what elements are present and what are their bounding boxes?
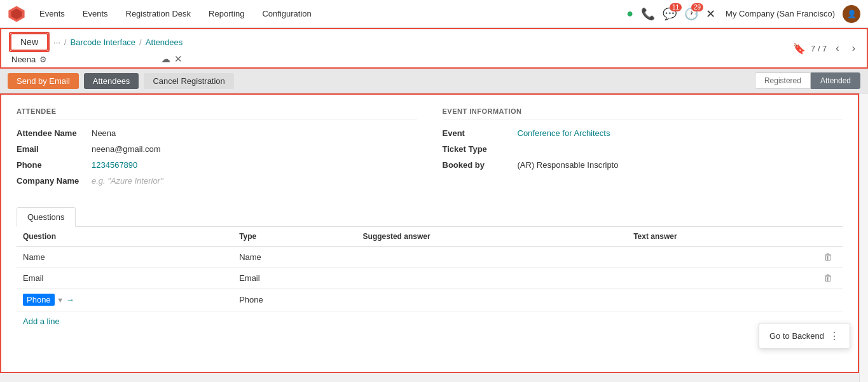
action-toolbar: Send by Email Attendees Cancel Registrat…	[0, 69, 868, 93]
go-backend-label[interactable]: Go to Backend	[769, 331, 824, 341]
main-form: ATTENDEE Attendee Name Neena Email neena…	[0, 93, 859, 373]
discard-icon[interactable]: ✕	[174, 53, 183, 65]
breadcrumb-barcode[interactable]: Barcode Interface	[70, 38, 135, 47]
question-name[interactable]: Name	[17, 247, 233, 268]
booked-by-label: Booked by	[443, 160, 513, 170]
event-section-title: EVENT INFORMATION	[443, 107, 843, 119]
col-text: Text answer	[627, 227, 817, 247]
table-row[interactable]: Name Name 🗑	[17, 247, 843, 268]
nav-events[interactable]: Events	[79, 6, 112, 21]
gear-icon[interactable]: ⚙	[39, 55, 47, 64]
record-name-label: Neena	[11, 55, 36, 64]
arrow-right-icon[interactable]: →	[66, 295, 74, 304]
table-header-row: Question Type Suggested answer Text answ…	[17, 227, 843, 247]
email-row: Email neena@gmail.com	[17, 144, 417, 154]
booked-by-row: Booked by (AR) Responsable Inscripto	[443, 160, 843, 170]
booked-by-value[interactable]: (AR) Responsable Inscripto	[518, 160, 619, 170]
col-suggested: Suggested answer	[357, 227, 628, 247]
delete-row-2-icon[interactable]: 🗑	[823, 273, 832, 283]
nav-registration-desk[interactable]: Registration Desk	[122, 6, 195, 21]
delete-row-1-icon[interactable]: 🗑	[823, 252, 832, 262]
scrollbar[interactable]	[859, 93, 868, 382]
breadcrumb-dots[interactable]: ···	[53, 38, 60, 47]
breadcrumb-attendees[interactable]: Attendees	[146, 38, 183, 47]
type-name: Name	[233, 247, 356, 268]
tab-questions[interactable]: Questions	[17, 207, 76, 227]
dropdown-icon[interactable]: ▼	[57, 296, 64, 304]
nav-reporting[interactable]: Reporting	[205, 6, 248, 21]
nav-icons-area: ● 📞 💬 11 🕐 29 ✕ My Company (San Francisc…	[626, 5, 860, 23]
breadcrumb-sep2: /	[139, 38, 142, 47]
add-line-button[interactable]: Add a line	[17, 311, 66, 331]
pagination-info: 7 / 7	[811, 44, 827, 53]
status-buttons: Registered Attended	[755, 72, 860, 89]
text-phone	[627, 289, 817, 311]
messages-badge: 11	[670, 3, 682, 11]
attendees-button[interactable]: Attendees	[84, 73, 139, 89]
attendee-section-title: ATTENDEE	[17, 107, 417, 119]
send-by-email-button[interactable]: Send by Email	[8, 73, 79, 89]
table-row[interactable]: Phone ▼ → Phone	[17, 289, 843, 311]
attendee-section: ATTENDEE Attendee Name Neena Email neena…	[17, 107, 417, 192]
new-button[interactable]: New	[10, 33, 48, 51]
questions-table: Question Type Suggested answer Text answ…	[17, 227, 843, 311]
breadcrumb-toolbar: New ··· / Barcode Interface / Attendees …	[0, 28, 868, 69]
nav-events-app[interactable]: Events	[36, 6, 69, 21]
company-name-label: Company Name	[17, 176, 86, 186]
company-name-value[interactable]: e.g. "Azure Interior"	[92, 176, 163, 186]
phone-label: Phone	[17, 160, 86, 170]
text-name	[627, 247, 817, 268]
odoo-logo[interactable]	[8, 5, 25, 23]
online-status-icon: ●	[626, 7, 633, 20]
email-label: Email	[17, 144, 86, 154]
phone-icon: 📞	[641, 8, 655, 20]
event-label: Event	[443, 128, 513, 138]
question-email[interactable]: Email	[17, 268, 233, 289]
table-row[interactable]: Email Email 🗑	[17, 268, 843, 289]
form-sections: ATTENDEE Attendee Name Neena Email neena…	[17, 107, 843, 192]
settings-icon[interactable]: ✕	[706, 7, 715, 21]
prev-record-button[interactable]: ‹	[832, 41, 843, 55]
attendee-name-value[interactable]: Neena	[92, 128, 116, 138]
attendee-name-row: Attendee Name Neena	[17, 128, 417, 138]
status-attended-button[interactable]: Attended	[811, 72, 860, 89]
email-value[interactable]: neena@gmail.com	[92, 144, 161, 154]
ticket-type-label: Ticket Type	[443, 144, 513, 154]
selected-question-cell[interactable]: Phone	[23, 294, 55, 306]
question-phone[interactable]: Phone ▼ →	[17, 289, 233, 311]
toolbar-right: 🔖 7 / 7 ‹ ›	[793, 41, 859, 55]
phone-icon-wrap[interactable]: 📞	[641, 7, 655, 21]
suggested-name	[357, 247, 628, 268]
activity-badge: 29	[691, 3, 703, 11]
tab-bar: Questions	[17, 207, 843, 227]
suggested-phone	[357, 289, 628, 311]
phone-value[interactable]: 1234567890	[92, 160, 137, 170]
nav-configuration[interactable]: Configuration	[258, 6, 315, 21]
breadcrumb-sep1: /	[64, 38, 67, 47]
company-name: My Company (San Francisco)	[726, 9, 835, 18]
col-question: Question	[17, 227, 233, 247]
messages-icon-wrap[interactable]: 💬 11	[663, 7, 677, 21]
avatar[interactable]: 👤	[843, 5, 860, 23]
suggested-email	[357, 268, 628, 289]
attendee-name-label: Attendee Name	[17, 128, 86, 138]
event-value[interactable]: Conference for Architects	[518, 128, 610, 138]
cancel-registration-button[interactable]: Cancel Registration	[144, 73, 233, 89]
activity-icon-wrap[interactable]: 🕐 29	[684, 7, 698, 21]
phone-row: Phone 1234567890	[17, 160, 417, 170]
text-email	[627, 268, 817, 289]
type-email: Email	[233, 268, 356, 289]
event-row: Event Conference for Architects	[443, 128, 843, 138]
upload-icon[interactable]: ☁	[161, 53, 170, 65]
more-options-icon[interactable]: ⋮	[829, 330, 839, 342]
event-section: EVENT INFORMATION Event Conference for A…	[443, 107, 843, 192]
company-name-row: Company Name e.g. "Azure Interior"	[17, 176, 417, 186]
bookmark-icon[interactable]: 🔖	[793, 43, 806, 55]
next-record-button[interactable]: ›	[848, 41, 859, 55]
col-type: Type	[233, 227, 356, 247]
status-registered-button[interactable]: Registered	[755, 72, 811, 89]
type-phone: Phone	[233, 289, 356, 311]
questions-tab-area: Questions Question Type Suggested answer…	[17, 207, 843, 331]
top-navigation: Events Events Registration Desk Reportin…	[0, 0, 868, 28]
go-to-backend-popup[interactable]: Go to Backend ⋮	[759, 323, 850, 349]
